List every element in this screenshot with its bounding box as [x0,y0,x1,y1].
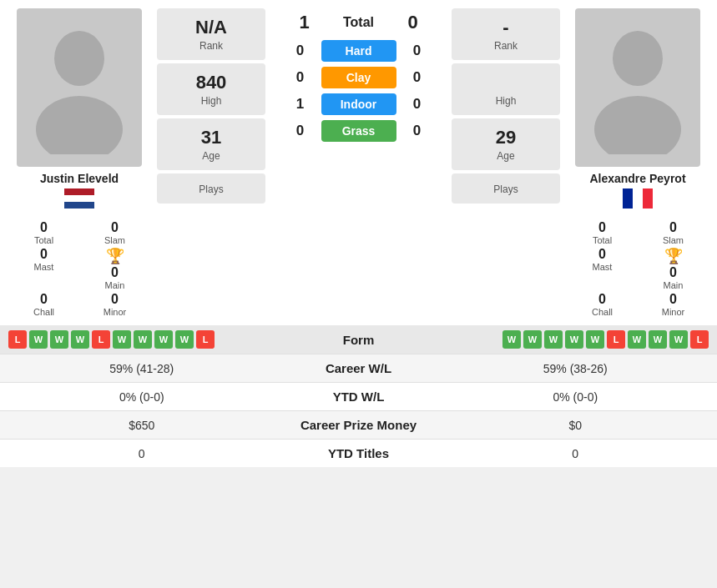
left-minor-label: Minor [104,307,127,317]
right-chall-value: 0 [598,292,606,307]
hard-score-right: 0 [405,43,430,59]
left-form-badges: LWWWLWWWWL [8,330,309,349]
grass-score-left: 0 [288,123,313,139]
left-player-flag [64,188,94,212]
form-badge-w: W [154,330,173,349]
bottom-section: LWWWLWWWWL Form WWWWWLWWWL 59% (41-28) C… [0,325,717,467]
form-badge-w: W [649,330,667,349]
form-badge-w: W [50,330,68,349]
right-mast-value: 0 [598,247,606,262]
left-trophy-icon: 🏆 [106,247,124,265]
ytd-wl-left: 0% (0-0) [8,390,275,404]
career-wl-left: 59% (41-28) [8,362,275,375]
form-badge-w: W [586,330,604,349]
left-plays-box: Plays [157,173,265,204]
left-minor-value: 0 [111,292,119,307]
right-slam-label: Slam [663,235,684,245]
right-total-value: 0 [598,220,606,235]
right-mast-label: Mast [593,262,613,272]
right-player-avatar [575,8,700,167]
career-wl-row: 59% (41-28) Career W/L 59% (38-26) [0,354,717,382]
form-badge-w: W [523,330,542,349]
right-form-badges: WWWWWLWWWL [409,330,709,349]
left-slam-value: 0 [111,220,119,235]
left-total-label: Total [34,235,53,245]
form-badge-w: W [29,330,48,349]
right-high-label: High [458,95,553,107]
right-player-card: Alexandre Peyrot 0 Total 0 Slam [567,8,709,317]
left-plays-label: Plays [164,183,259,195]
left-player-name: Justin Eleveld [40,172,119,185]
titles-right: 0 [442,447,709,460]
hard-score-left: 0 [288,43,313,59]
prize-label: Career Prize Money [275,418,442,432]
form-badge-w: W [669,330,688,349]
left-mast-label: Mast [34,262,54,272]
left-player-stats: 0 Total 0 Slam 0 Mast 🏆 0 Main 0 [8,220,150,317]
indoor-score-left: 1 [288,96,313,113]
left-middle-stats: N/A Rank 840 High 31 Age Plays [157,8,265,317]
svg-rect-4 [64,202,94,209]
svg-rect-8 [633,188,643,209]
right-player-flag [623,188,653,212]
right-total-label: Total [593,235,612,245]
left-rank-box: N/A Rank [157,8,265,60]
form-badge-l: L [8,330,27,349]
indoor-score-right: 0 [405,96,430,113]
titles-row: 0 YTD Titles 0 [0,439,717,467]
indoor-badge: Indoor [321,93,396,115]
left-chall-value: 0 [40,292,48,307]
right-minor-value: 0 [669,292,677,307]
svg-rect-3 [64,195,94,202]
clay-score-right: 0 [405,69,430,86]
clay-row: 0 Clay 0 [272,67,445,88]
right-player-stats: 0 Total 0 Slam 0 Mast 🏆 0 Main 0 [567,220,709,317]
right-rank-label: Rank [458,40,553,52]
grass-score-right: 0 [405,123,430,139]
form-badge-l: L [690,330,709,349]
center-match-area: 1 Total 0 0 Hard 0 0 Clay 0 1 Indoor [272,8,445,317]
indoor-row: 1 Indoor 0 [272,93,445,115]
right-high-value [458,72,553,93]
surface-rows: 0 Hard 0 0 Clay 0 1 Indoor 0 0 Grass [272,40,445,142]
form-label: Form [309,333,409,347]
right-rank-value: - [458,17,553,38]
ytd-wl-row: 0% (0-0) YTD W/L 0% (0-0) [0,382,717,410]
right-age-box: 29 Age [452,118,560,170]
form-badge-w: W [113,330,131,349]
right-trophy-icon: 🏆 [664,247,683,265]
left-high-value: 840 [164,72,259,93]
svg-point-0 [54,31,104,86]
left-main-value: 0 [111,265,119,280]
left-high-box: 840 High [157,63,265,115]
form-badge-l: L [196,330,215,349]
right-player-name: Alexandre Peyrot [589,172,685,185]
form-badge-w: W [544,330,563,349]
left-mast-value: 0 [40,247,48,262]
hard-badge: Hard [321,40,396,62]
left-total-value: 0 [40,220,48,235]
total-label: Total [326,15,392,30]
right-age-value: 29 [458,127,553,148]
form-badge-w: W [175,330,194,349]
left-high-label: High [164,95,259,107]
left-age-box: 31 Age [157,118,265,170]
ytd-wl-label: YTD W/L [275,389,442,404]
left-rank-label: Rank [164,40,259,52]
left-age-label: Age [164,150,259,162]
svg-rect-2 [64,188,94,195]
right-chall-label: Chall [592,307,613,317]
form-badge-w: W [565,330,583,349]
right-age-label: Age [458,150,553,162]
titles-label: YTD Titles [275,446,442,460]
ytd-wl-right: 0% (0-0) [442,390,709,404]
form-badge-w: W [502,330,521,349]
left-main-label: Main [105,280,125,290]
svg-rect-9 [643,188,653,209]
right-plays-box: Plays [452,173,560,204]
form-badge-w: W [71,330,89,349]
form-badge-w: W [628,330,646,349]
left-slam-label: Slam [104,235,125,245]
left-player-avatar [17,8,142,167]
career-wl-label: Career W/L [275,361,442,375]
